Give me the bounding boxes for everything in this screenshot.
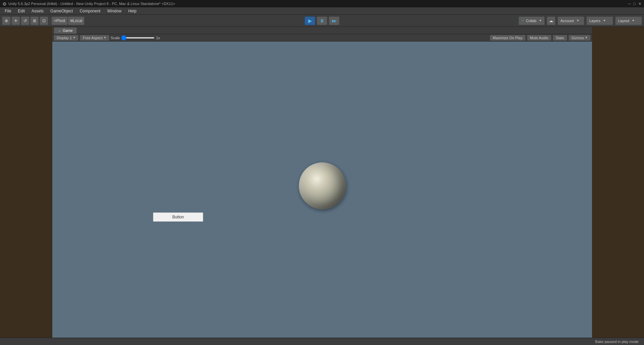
menu-bar: File Edit Assets GameObject Component Wi… [0,7,644,15]
layers-dropdown-arrow: ▼ [603,19,606,22]
game-ui-button[interactable]: Button [153,212,203,222]
unity-icon: ⊙ [3,1,6,6]
local-label: Local [73,18,83,23]
scale-tool-button[interactable]: ⊞ [30,16,39,25]
rotate-tool-button[interactable]: ↺ [21,16,30,25]
pause-icon: ⏸ [320,18,324,23]
account-dropdown-arrow: ▼ [577,19,579,22]
minimize-button[interactable]: ─ [628,2,631,6]
menu-file[interactable]: File [1,8,14,14]
gizmos-dropdown-arrow: ▼ [585,36,588,39]
rect-tool-button[interactable]: ⊡ [40,16,48,25]
right-game-controls: Maximize On Play Mute Audio Stats Gizmos… [490,35,591,41]
left-sidebar [0,27,52,338]
title-text: Unity 5.6.3p2 Personal (64bit) - Untitle… [8,2,175,6]
game-ui-button-label: Button [172,215,184,219]
right-sidebar [592,27,644,338]
move-tool-button[interactable]: ✛ [11,16,20,25]
collab-dropdown-arrow: ▼ [539,19,542,22]
layers-label: Layers [589,19,600,23]
mute-audio-button[interactable]: Mute Audio [527,35,551,41]
pause-button[interactable]: ⏸ [317,16,327,25]
account-label: Account [560,19,574,23]
pivot-button[interactable]: ⊙ Pivot [51,16,68,25]
separator-1 [50,17,50,25]
menu-window[interactable]: Window [104,8,125,14]
maximize-button[interactable]: □ [633,2,636,6]
scale-label: Scale [111,36,120,40]
title-bar: ⊙ Unity 5.6.3p2 Personal (64bit) - Untit… [0,0,644,7]
display-label: Display 1 [57,36,72,40]
menu-assets[interactable]: Assets [28,8,47,14]
menu-component[interactable]: Component [76,8,104,14]
cloud-button[interactable]: ☁ [547,16,555,25]
mute-label: Mute Audio [530,36,548,40]
game-tab[interactable]: ← Game [54,27,77,34]
cloud-icon: ☁ [549,18,553,23]
layers-dropdown[interactable]: Layers ▼ [586,16,613,25]
display-dropdown-arrow: ▼ [73,36,75,39]
maximize-on-play-button[interactable]: Maximize On Play [490,35,526,41]
gizmos-dropdown[interactable]: Gizmos ▼ [569,35,591,41]
aspect-dropdown-arrow: ▼ [104,36,106,39]
stats-label: Stats [556,36,564,40]
aspect-dropdown[interactable]: Free Aspect ▼ [80,35,109,41]
collab-label: Collab [526,19,536,23]
aspect-label: Free Aspect [83,36,103,40]
layout-dropdown[interactable]: Layout ▼ [615,16,642,25]
scale-value: 1x [156,36,160,40]
hand-tool-button[interactable]: ⊕ [2,16,11,25]
local-icon: ⊞ [70,19,73,22]
scale-slider-input[interactable] [121,37,155,39]
account-dropdown[interactable]: Account ▼ [557,16,584,25]
status-bar: Bake paused in play mode [0,338,644,345]
play-icon: ▶ [308,18,312,23]
collab-check-icon: ✓ [522,18,525,23]
display-dropdown[interactable]: Display 1 ▼ [54,35,78,41]
play-button[interactable]: ▶ [305,16,315,25]
game-controls-bar: Display 1 ▼ Free Aspect ▼ Scale 1x Maxim… [52,34,592,42]
menu-help[interactable]: Help [125,8,140,14]
menu-edit[interactable]: Edit [14,8,28,14]
stats-button[interactable]: Stats [553,35,567,41]
pivot-label: Pivot [56,18,65,23]
game-tab-icon: ← [58,29,61,32]
collab-button[interactable]: ✓ Collab ▼ [519,16,545,25]
game-tab-label: Game [63,28,73,32]
layout-label: Layout [618,19,629,23]
local-button[interactable]: ⊞ Local [68,16,85,25]
step-icon: ⏭ [332,18,336,23]
right-toolbar: ✓ Collab ▼ ☁ Account ▼ Layers ▼ Layout ▼ [519,16,642,25]
close-button[interactable]: ✕ [638,2,641,6]
menu-gameobject[interactable]: GameObject [47,8,76,14]
game-view: ← Game Display 1 ▼ Free Aspect ▼ Scale 1… [52,27,592,338]
3d-sphere [299,162,346,209]
step-button[interactable]: ⏭ [329,16,339,25]
transform-tools: ⊕ ✛ ↺ ⊞ ⊡ [2,16,48,25]
playback-controls: ▶ ⏸ ⏭ [305,16,339,25]
pivot-icon: ⊙ [54,19,56,22]
gizmos-label: Gizmos [572,36,584,40]
game-tab-bar: ← Game [52,27,592,34]
sphere-container [299,162,346,209]
game-viewport: Button [52,42,592,338]
layout-dropdown-arrow: ▼ [632,19,635,22]
toolbar: ⊕ ✛ ↺ ⊞ ⊡ ⊙ Pivot ⊞ Local ▶ ⏸ ⏭ [0,15,644,27]
scale-control: Scale 1x [111,36,160,40]
main-area: ← Game Display 1 ▼ Free Aspect ▼ Scale 1… [0,27,644,338]
maximize-label: Maximize On Play [493,36,523,40]
status-message: Bake paused in play mode [595,340,639,344]
